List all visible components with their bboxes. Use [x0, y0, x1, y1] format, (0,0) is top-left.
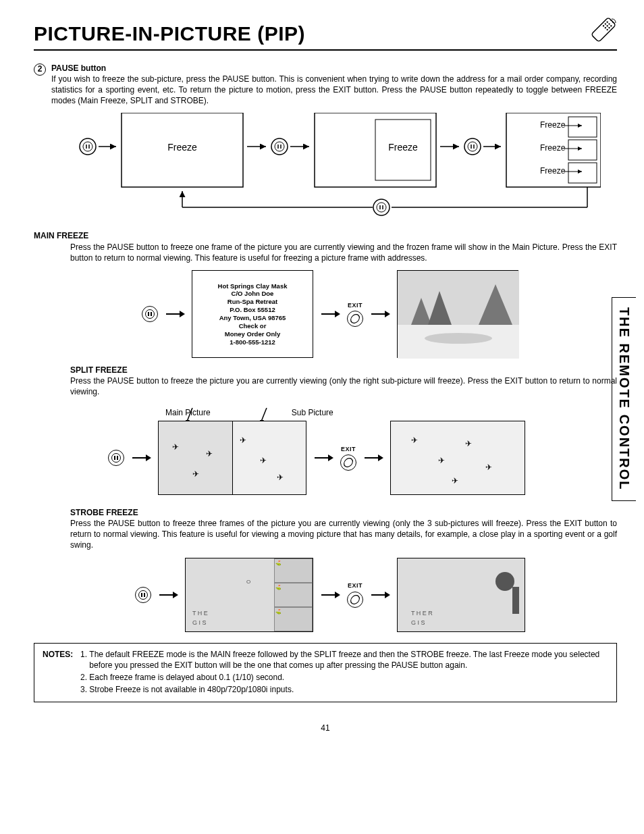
strobe-freeze-text: Press the PAUSE button to freeze three f… — [70, 518, 617, 551]
main-freeze-heading: MAIN FREEZE — [34, 230, 617, 241]
svg-text:Freeze: Freeze — [540, 143, 566, 153]
panel-line: Run-Spa Retreat — [227, 298, 277, 306]
panel-line: Any Town, USA 98765 — [219, 314, 286, 322]
svg-text:Freeze: Freeze — [540, 166, 566, 176]
panel-line: Hot Springs Clay Mask — [218, 282, 288, 290]
svg-text:Freeze: Freeze — [388, 142, 418, 153]
sub-picture-label: Sub Picture — [292, 407, 333, 418]
panel-line: Check or — [239, 322, 267, 330]
note-item: Each freeze frame is delayed about 0.1 (… — [89, 672, 608, 683]
pause-icon — [135, 587, 151, 603]
exit-button: EXIT — [347, 301, 363, 327]
split-freeze-heading: SPLIT FREEZE — [70, 365, 617, 375]
arrow-icon — [159, 594, 177, 596]
split-freeze-diagram: Main Picture Sub Picture ✈ ✈ ✈ ✈ ✈ ✈ EXI… — [108, 407, 617, 495]
notes-label: NOTES: — [43, 649, 73, 660]
strobe-freeze-diagram: T H E G I S O ⛳ ⛳ ⛳ EXIT T H E R G I S — [135, 558, 617, 632]
main-freeze-text: Press the PAUSE button to freeze one fra… — [70, 242, 617, 263]
arrow-icon — [321, 594, 339, 596]
notes-box: NOTES: The default FREEZE mode is the MA… — [34, 643, 617, 703]
exit-icon — [347, 592, 363, 608]
main-freeze-diagram: Hot Springs Clay Mask C/O John Doe Run-S… — [142, 270, 617, 358]
svg-point-18 — [271, 138, 288, 155]
svg-point-10 — [80, 138, 96, 155]
panel-line: 1-800-555-1212 — [230, 338, 275, 346]
note-item: The default FREEZE mode is the MAIN free… — [89, 649, 608, 671]
svg-line-56 — [187, 408, 192, 421]
svg-point-44 — [373, 199, 390, 215]
pause-button-heading: PAUSE button — [51, 63, 617, 74]
arrow-icon — [365, 457, 382, 459]
pause-icon — [142, 306, 158, 322]
arrow-icon — [321, 313, 339, 315]
svg-text:Freeze: Freeze — [167, 142, 197, 153]
svg-rect-35 — [568, 163, 597, 183]
pause-button-text: If you wish to freeze the sub-picture, p… — [51, 74, 617, 107]
side-tab-remote-control: THE REMOTE CONTROL — [612, 297, 636, 501]
step-number: 2 — [34, 63, 46, 76]
svg-point-27 — [464, 138, 481, 155]
split-freeze-text: Press the PAUSE button to freeze the pic… — [70, 375, 617, 397]
panel-line: C/O John Doe — [232, 290, 274, 298]
freeze-modes-diagram: Freeze Freeze Freeze Freeze Freeze — [74, 113, 601, 221]
note-item: Strobe Freeze is not available in 480p/7… — [89, 684, 608, 695]
strobe-freeze-heading: STROBE FREEZE — [70, 507, 617, 518]
exit-button: EXIT — [347, 581, 363, 607]
arrow-icon — [371, 313, 389, 315]
exit-button: EXIT — [340, 445, 356, 471]
arrow-icon — [315, 457, 332, 459]
exit-icon — [340, 454, 356, 471]
page-title: PICTURE-IN-PICTURE (PIP) — [34, 20, 305, 48]
remote-icon — [590, 16, 617, 43]
page-number: 41 — [34, 723, 617, 733]
arrow-icon — [371, 594, 389, 596]
svg-point-55 — [425, 333, 492, 344]
svg-line-58 — [261, 408, 267, 421]
svg-rect-34 — [568, 140, 597, 160]
arrow-icon — [132, 457, 150, 459]
pause-icon — [108, 450, 124, 466]
panel-line: P.O. Box 55512 — [230, 306, 275, 314]
panel-line: Money Order Only — [225, 330, 280, 338]
svg-text:Freeze: Freeze — [540, 120, 566, 130]
svg-rect-33 — [568, 117, 597, 137]
arrow-icon — [166, 313, 184, 315]
exit-icon — [347, 311, 363, 327]
